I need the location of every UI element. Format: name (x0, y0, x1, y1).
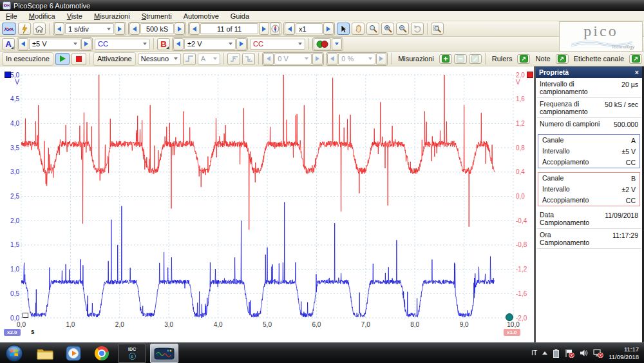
action-center-flag-icon[interactable] (565, 349, 574, 358)
edit-measurement-button[interactable] (469, 54, 482, 64)
trigger-level-up[interactable] (312, 53, 323, 65)
scope-view-button[interactable] (2, 23, 16, 35)
marquee-zoom-button[interactable] (431, 23, 444, 35)
home-button[interactable] (33, 23, 46, 35)
right-arrow-icon (118, 26, 122, 32)
zoom-prev-button[interactable] (285, 23, 295, 35)
pretrigger-down[interactable] (327, 53, 337, 65)
svg-text:-1,2: -1,2 (516, 266, 527, 273)
channel-a-range-select[interactable]: ±5 V (29, 39, 80, 50)
buffer-next-button[interactable] (259, 23, 269, 35)
channel-a-coupling-value: CC (98, 40, 108, 48)
waveform-plot[interactable]: 5,04,54,03,53,02,52,01,51,00,50,02,01,61… (0, 66, 535, 342)
chevron-down-icon (368, 57, 372, 60)
auto-setup-button[interactable] (18, 23, 31, 35)
right-arrow-icon (84, 41, 88, 46)
channel-a-range-next[interactable] (81, 38, 91, 50)
menu-modifica[interactable]: Modifica (23, 12, 61, 21)
battery-icon[interactable] (553, 349, 560, 358)
add-measurement-button[interactable] (439, 54, 452, 64)
undo-zoom-button[interactable] (411, 23, 424, 35)
channel-b-button[interactable]: B (157, 38, 170, 50)
chevron-down-icon (298, 43, 302, 45)
media-player-icon (66, 346, 81, 361)
channel-status-button[interactable] (314, 38, 331, 50)
trigger-level-field[interactable]: 0 V (274, 54, 312, 64)
note-toggle-button[interactable] (556, 54, 569, 64)
advanced-trigger-button[interactable] (183, 53, 196, 65)
menu-file[interactable]: File (0, 12, 23, 21)
speaker-icon[interactable] (580, 349, 588, 357)
svg-text:0,5: 0,5 (10, 290, 19, 297)
channel-a-button[interactable]: A (2, 38, 15, 50)
menu-strumenti[interactable]: Strumenti (136, 12, 178, 21)
samples-next-button[interactable] (175, 23, 185, 35)
rising-edge-button[interactable] (227, 53, 240, 65)
taskbar-media-player[interactable] (65, 345, 82, 362)
samples-prev-button[interactable] (129, 23, 140, 35)
channel-a-axis-marker[interactable] (5, 72, 11, 78)
taskbar-picoscope[interactable] (150, 344, 178, 363)
menu-automotive[interactable]: Automotive (178, 12, 225, 21)
channel-b-axis-marker[interactable] (527, 72, 533, 78)
channel-a-coupling-select[interactable]: CC (95, 39, 150, 50)
hand-tool-button[interactable] (352, 23, 365, 35)
zoom-next-button[interactable] (323, 23, 334, 35)
buffer-navigator-button[interactable] (270, 23, 280, 35)
zoom-value: x1 (299, 25, 307, 33)
x-axis-handle[interactable] (23, 313, 28, 318)
taskbar-chrome[interactable] (93, 345, 110, 362)
pretrigger-up[interactable] (376, 53, 386, 65)
menu-viste[interactable]: Viste (61, 12, 88, 21)
rulers-toggle-button[interactable] (517, 54, 530, 64)
falling-edge-button[interactable] (242, 53, 255, 65)
timebase-select[interactable]: 1 s/div (65, 23, 114, 34)
start-capture-button[interactable] (55, 53, 70, 65)
timebase-next-button[interactable] (115, 23, 125, 35)
timebase-prev-button[interactable] (54, 23, 64, 35)
zoom-field[interactable]: x1 (296, 23, 323, 34)
taskbar-clock[interactable]: 11:17 11/09/2018 (609, 346, 639, 361)
menu-guida[interactable]: Guida (225, 12, 255, 21)
remove-measurement-button[interactable] (454, 54, 467, 64)
buffer-value: 11 of 11 (217, 25, 242, 33)
channel-labels-toggle-button[interactable] (629, 54, 642, 64)
samples-field[interactable]: 500 kS (140, 23, 174, 34)
language-indicator[interactable]: IT (531, 349, 537, 357)
channel-a-range-prev[interactable] (18, 38, 28, 50)
channel-status-dropdown[interactable] (332, 38, 342, 50)
zoom-in-button[interactable] (381, 23, 394, 35)
channel-b-range-next[interactable] (236, 38, 247, 50)
close-icon[interactable]: × (635, 68, 639, 76)
menu-misurazioni[interactable]: Misurazioni (88, 12, 136, 21)
stop-capture-button[interactable] (71, 53, 86, 65)
right-axis-zoom-badge[interactable]: x1.0 (504, 329, 520, 336)
taskbar-idc-app[interactable]: IDCe (118, 344, 146, 363)
pico-logo: pico Technology (559, 21, 643, 52)
svg-text:3,0: 3,0 (10, 168, 19, 175)
taskbar-explorer[interactable] (37, 345, 53, 362)
prop-value: 50 kS / sec (605, 100, 638, 108)
prop-value: 11:17:29 (612, 231, 638, 239)
start-button[interactable] (5, 344, 23, 362)
buffer-prev-button[interactable] (189, 23, 200, 35)
channel-b-coupling-select[interactable]: CC (250, 39, 305, 50)
zoom-tool-button[interactable] (366, 23, 379, 35)
trigger-mode-select[interactable]: Nessuno (138, 54, 181, 64)
buffer-field[interactable]: 11 of 11 (200, 23, 258, 34)
pointer-tool-button[interactable] (337, 23, 350, 35)
channel-labels-label: Etichette canale (571, 55, 627, 63)
channel-b-range-select[interactable]: ±2 V (184, 39, 236, 50)
left-axis-zoom-badge[interactable]: x2.0 (4, 329, 21, 336)
channel-b-info-box: CanaleB Intervallo±2 V AccoppiamentoCC (538, 172, 640, 206)
channel-b-ground-marker[interactable] (506, 313, 513, 321)
trigger-source-select[interactable]: A (198, 54, 221, 64)
tray-expand-icon[interactable] (542, 351, 547, 355)
lightning-icon (21, 25, 28, 34)
network-icon[interactable] (593, 349, 603, 358)
channel-b-coupling-value: CC (253, 40, 263, 48)
zoom-out-button[interactable] (396, 23, 409, 35)
pretrigger-field[interactable]: 0 % (338, 54, 375, 64)
channel-b-range-prev[interactable] (173, 38, 184, 50)
trigger-level-down[interactable] (263, 53, 274, 65)
